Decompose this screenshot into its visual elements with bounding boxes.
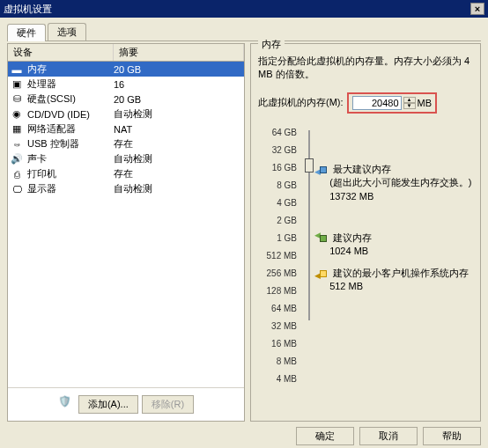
title-bar: 虚拟机设置 × — [0, 0, 488, 18]
add-button[interactable]: 添加(A)... — [78, 395, 138, 414]
device-row-usb[interactable]: ⎃ USB 控制器 存在 — [8, 136, 244, 151]
tick-label: 8 GB — [258, 180, 302, 198]
device-panel: 设备 摘要 ▬ 内存 20 GB ▣ 处理器 16 ⛁ 硬盘(SCSI) 20 … — [7, 43, 245, 422]
tick-label: 64 GB — [258, 128, 302, 145]
slider-track[interactable]: ◀ ◀ ◀ — [302, 130, 316, 339]
tick-label: 8 MB — [258, 356, 302, 374]
ok-button[interactable]: 确定 — [296, 427, 354, 445]
memory-label: 此虚拟机的内存(M): — [258, 96, 344, 109]
hdd-icon: ⛁ — [10, 93, 24, 106]
dialog-buttons: 确定 取消 帮助 — [7, 427, 481, 445]
device-summary: NAT — [114, 124, 242, 135]
slider-thumb[interactable] — [305, 158, 314, 173]
cpu-icon: ▣ — [10, 78, 24, 91]
usb-icon: ⎃ — [10, 138, 24, 151]
square-blue-icon — [320, 166, 327, 173]
display-icon: 🖵 — [10, 183, 24, 195]
tick-label: 256 MB — [258, 268, 302, 286]
memory-slider-area: 64 GB 32 GB 16 GB 8 GB 4 GB 2 GB 1 GB 51… — [258, 128, 473, 339]
cancel-button[interactable]: 取消 — [359, 427, 418, 445]
device-name: CD/DVD (IDE) — [27, 109, 114, 120]
tick-label: 128 MB — [258, 286, 302, 304]
device-list: ▬ 内存 20 GB ▣ 处理器 16 ⛁ 硬盘(SCSI) 20 GB ◉ C… — [8, 62, 244, 387]
memory-groupbox: 内存 指定分配给此虚拟机的内存量。内存大小必须为 4 MB 的倍数。 此虚拟机的… — [250, 43, 481, 422]
device-row-cpu[interactable]: ▣ 处理器 16 — [8, 77, 244, 92]
device-name: 声卡 — [27, 152, 114, 165]
device-name: 处理器 — [27, 77, 114, 91]
min-rec-title: 建议的最小客户机操作系统内存 — [333, 268, 469, 278]
tick-label: 64 MB — [258, 304, 302, 321]
tick-label: 4 GB — [258, 198, 302, 216]
printer-icon: ⎙ — [10, 168, 24, 180]
slider-info: 最大建议内存 (超出此大小可能发生内存交换。) 13732 MB 建议内存 10… — [320, 128, 473, 339]
device-row-hdd[interactable]: ⛁ 硬盘(SCSI) 20 GB — [8, 92, 244, 106]
device-row-display[interactable]: 🖵 显示器 自动检测 — [8, 181, 244, 196]
close-button[interactable]: × — [470, 3, 484, 15]
square-yellow-icon — [320, 270, 327, 277]
device-name: 显示器 — [27, 182, 114, 195]
list-header: 设备 摘要 — [8, 44, 244, 62]
memory-input[interactable] — [352, 96, 402, 110]
disc-icon: ◉ — [10, 108, 24, 121]
col-summary: 摘要 — [114, 44, 244, 61]
device-row-sound[interactable]: 🔊 声卡 自动检测 — [8, 151, 244, 166]
device-summary: 自动检测 — [114, 182, 242, 195]
settings-panel: 内存 指定分配给此虚拟机的内存量。内存大小必须为 4 MB 的倍数。 此虚拟机的… — [250, 43, 481, 422]
max-rec-title: 最大建议内存 — [333, 164, 391, 174]
memory-icon: ▬ — [10, 63, 24, 76]
tick-label: 1 GB — [258, 233, 302, 251]
device-name: 打印机 — [27, 167, 114, 180]
memory-input-highlight: ▲ ▼ MB — [347, 92, 438, 114]
rec-block: 建议内存 1024 MB — [320, 231, 372, 259]
min-rec-block: 建议的最小客户机操作系统内存 512 MB — [320, 267, 469, 294]
tab-strip: 硬件 选项 — [7, 23, 481, 41]
device-row-memory[interactable]: ▬ 内存 20 GB — [8, 62, 244, 77]
spin-down-icon[interactable]: ▼ — [403, 103, 416, 109]
tick-label: 32 MB — [258, 321, 302, 339]
tick-label: 16 GB — [258, 163, 302, 180]
tick-label: 2 GB — [258, 216, 302, 233]
device-name: 内存 — [27, 62, 114, 76]
square-green-icon — [320, 235, 327, 242]
memory-unit: MB — [418, 98, 433, 108]
rec-title: 建议内存 — [333, 232, 372, 243]
add-shield-icon: 🛡️ — [58, 395, 71, 414]
device-summary: 16 — [114, 79, 242, 90]
tick-label: 32 GB — [258, 145, 302, 163]
network-icon: ▦ — [10, 123, 24, 136]
tick-label: 16 MB — [258, 339, 302, 356]
groupbox-title: 内存 — [258, 38, 285, 51]
rec-value: 1024 MB — [329, 246, 368, 256]
device-summary: 20 GB — [114, 94, 242, 105]
device-buttons: 🛡️ 添加(A)... 移除(R) — [8, 387, 244, 421]
device-row-cddvd[interactable]: ◉ CD/DVD (IDE) 自动检测 — [8, 106, 244, 121]
device-name: 网络适配器 — [27, 122, 114, 136]
device-row-printer[interactable]: ⎙ 打印机 存在 — [8, 166, 244, 181]
device-summary: 存在 — [114, 137, 242, 151]
tab-hardware[interactable]: 硬件 — [7, 24, 46, 41]
memory-spinner[interactable]: ▲ ▼ — [403, 97, 416, 109]
window-title: 虚拟机设置 — [4, 0, 52, 18]
max-rec-note: (超出此大小可能发生内存交换。) — [329, 177, 471, 187]
device-name: 硬盘(SCSI) — [27, 92, 114, 106]
max-rec-block: 最大建议内存 (超出此大小可能发生内存交换。) 13732 MB — [320, 163, 471, 203]
device-summary: 自动检测 — [114, 152, 242, 165]
window-body: 硬件 选项 设备 摘要 ▬ 内存 20 GB ▣ 处理器 16 — [0, 18, 488, 448]
slider-ticks: 64 GB 32 GB 16 GB 8 GB 4 GB 2 GB 1 GB 51… — [258, 128, 302, 339]
memory-input-row: 此虚拟机的内存(M): ▲ ▼ MB — [258, 92, 473, 114]
remove-button: 移除(R) — [142, 395, 194, 414]
max-rec-value: 13732 MB — [329, 191, 373, 202]
tab-options[interactable]: 选项 — [48, 23, 86, 40]
device-summary: 存在 — [114, 167, 242, 180]
tick-label: 512 MB — [258, 251, 302, 268]
col-device: 设备 — [8, 44, 114, 61]
sound-icon: 🔊 — [10, 153, 24, 165]
device-row-network[interactable]: ▦ 网络适配器 NAT — [8, 121, 244, 136]
spin-up-icon[interactable]: ▲ — [403, 97, 416, 103]
memory-desc: 指定分配给此虚拟机的内存量。内存大小必须为 4 MB 的倍数。 — [258, 55, 473, 82]
device-summary: 自动检测 — [114, 107, 242, 121]
device-name: USB 控制器 — [27, 137, 114, 151]
device-summary: 20 GB — [114, 64, 242, 75]
min-rec-value: 512 MB — [329, 281, 363, 291]
help-button[interactable]: 帮助 — [423, 427, 481, 445]
